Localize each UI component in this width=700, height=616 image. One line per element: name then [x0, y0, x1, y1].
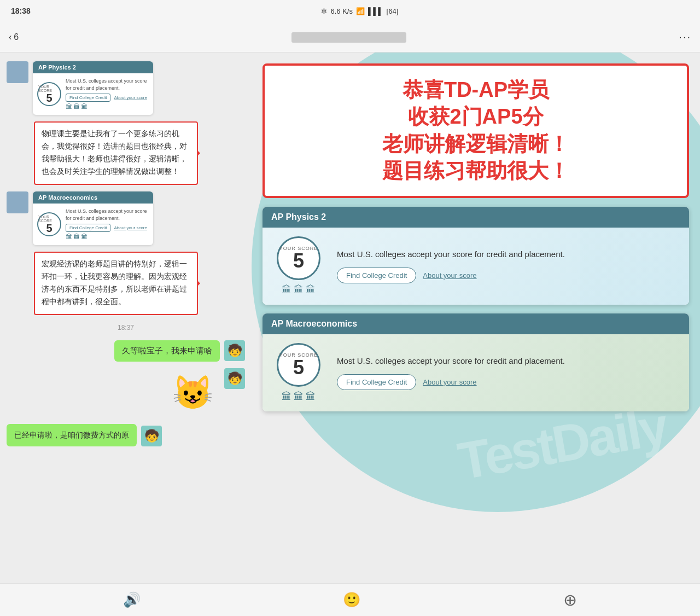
outgoing-text-1: 久等啦宝子，我来申请哈	[122, 346, 212, 355]
about-score-link-small-macro[interactable]: About your score	[114, 225, 147, 230]
back-button[interactable]: ‹ 6	[9, 32, 19, 42]
wifi-icon: 📶	[356, 7, 365, 15]
macro-score-num: 5	[293, 358, 304, 377]
ap-macro-result-card: AP Macroeconomics YOUR SCORE 5 🏛 🏛 🏛 Mos	[262, 313, 689, 411]
find-college-credit-btn-macro[interactable]: Find College Credit	[337, 374, 416, 390]
emoji-icon[interactable]: 🙂	[343, 591, 360, 608]
timestamp: 18:37	[7, 324, 245, 332]
more-button[interactable]: ···	[679, 31, 691, 43]
outgoing-text-2: 已经申请啦，是咱们微费方式的原	[14, 431, 129, 439]
find-credit-btn-small-physics[interactable]: Find College Credit	[66, 94, 110, 102]
ap-physics-result-body: YOUR SCORE 5 🏛 🏛 🏛 Most U.S. colleges ac…	[262, 228, 689, 305]
announcement-line1: 恭喜TD-AP学员	[278, 77, 674, 103]
card-text-sm-physics: Most U.S. colleges accept your score for…	[66, 78, 149, 91]
network-speed: 6.6 K/s	[330, 7, 352, 15]
comment-box-1: 物理课主要是让我有了一个更多练习的机会，我觉得很好！选讲的题目也很经典，对我帮助…	[34, 121, 198, 185]
status-center: ✲ 6.6 K/s 📶 ▌▌▌ [64]	[321, 7, 398, 15]
physics-score-num: 5	[293, 251, 304, 271]
right-panel: 恭喜TD-AP学员 收获2门AP5分 老师讲解逻辑清晰！ 题目练习帮助很大！ A…	[252, 53, 700, 583]
about-score-link-macro[interactable]: About your score	[423, 378, 476, 386]
comment-box-2: 宏观经济课的老师题目讲的特别好，逻辑一环扣一环，让我更容易的理解。因为宏观经济考…	[34, 252, 198, 315]
find-college-credit-btn-physics[interactable]: Find College Credit	[337, 268, 416, 283]
ap-macro-card-header: AP Macroeconomics	[33, 191, 153, 204]
city-icon-sm-4: 🏛	[66, 233, 72, 241]
score-circle-sm-physics: YOUR SCORE 5	[37, 82, 61, 106]
announcement-line4: 题目练习帮助很大！	[278, 158, 674, 184]
main-area: TestDaily AP Physics 2 YOUR SCORE 5 Most…	[0, 53, 700, 583]
sender-avatar-2	[7, 191, 28, 213]
physics-score-section: YOUR SCORE 5 🏛 🏛 🏛	[271, 236, 326, 296]
sticker: 😺	[165, 368, 220, 417]
city-icon-sm-2: 🏛	[73, 103, 80, 111]
about-score-link-physics[interactable]: About your score	[423, 271, 476, 280]
outgoing-bubble-2: 已经申请啦，是咱们微费方式的原	[7, 424, 137, 446]
score-label-sm: YOUR SCORE	[38, 85, 60, 92]
city-icon-sm-6: 🏛	[81, 233, 88, 241]
score-circle-sm-macro: YOUR SCORE 5	[37, 212, 61, 236]
battery-icon: [64]	[387, 7, 399, 15]
announcement-line3: 老师讲解逻辑清晰！	[278, 131, 674, 158]
macro-city-icon-3: 🏛	[306, 391, 316, 403]
ap-physics-result-card: AP Physics 2 YOUR SCORE 5 🏛 🏛 🏛 Most U.S	[262, 207, 689, 305]
ap-macro-result-header: AP Macroeconomics	[262, 313, 689, 334]
bluetooth-icon: ✲	[321, 7, 327, 15]
ap-physics-result-header: AP Physics 2	[262, 207, 689, 228]
add-icon[interactable]: ⊕	[563, 590, 577, 609]
status-bar: 18:38 ✲ 6.6 K/s 📶 ▌▌▌ [64]	[0, 0, 700, 22]
ap-macro-card-small: AP Macroeconomics YOUR SCORE 5 Most U.S.…	[33, 191, 153, 245]
physics-card-bg	[580, 228, 689, 305]
time: 18:38	[11, 7, 31, 15]
sticker-row: 😺 🧒	[7, 368, 245, 417]
voice-icon[interactable]: 🔊	[123, 591, 141, 608]
physics-city-icon-2: 🏛	[294, 284, 304, 296]
announcement-line2: 收获2门AP5分	[278, 103, 674, 130]
city-icon-sm-1: 🏛	[66, 103, 72, 111]
macro-score-circle: YOUR SCORE 5	[277, 343, 320, 387]
physics-city-icon-1: 🏛	[282, 284, 291, 296]
city-icon-sm-5: 🏛	[73, 233, 80, 241]
about-score-link-small-physics[interactable]: About your score	[114, 95, 147, 100]
city-icon-sm-3: 🏛	[81, 103, 88, 111]
bottom-bar: 🔊 🙂 ⊕	[0, 583, 700, 616]
physics-score-circle: YOUR SCORE 5	[277, 236, 320, 280]
sender-avatar-1	[7, 61, 28, 83]
macro-card-bg	[580, 334, 689, 411]
chat-msg-physics-card: AP Physics 2 YOUR SCORE 5 Most U.S. coll…	[7, 61, 245, 115]
ap-macro-result-body: YOUR SCORE 5 🏛 🏛 🏛 Most U.S. colleges ac…	[262, 334, 689, 411]
signal-icon: ▌▌▌	[368, 7, 383, 15]
chat-msg-macro-card: AP Macroeconomics YOUR SCORE 5 Most U.S.…	[7, 191, 245, 245]
chat-panel: AP Physics 2 YOUR SCORE 5 Most U.S. coll…	[0, 53, 252, 583]
outgoing-bubble-1: 久等啦宝子，我来申请哈	[114, 340, 220, 362]
announcement-box: 恭喜TD-AP学员 收获2门AP5分 老师讲解逻辑清晰！ 题目练习帮助很大！	[262, 63, 689, 198]
outgoing-bubble-row-2: 已经申请啦，是咱们微费方式的原 🧒	[7, 424, 245, 446]
ap-physics-card-header: AP Physics 2	[33, 61, 153, 73]
back-count: 6	[14, 32, 19, 42]
my-avatar-1: 🧒	[224, 340, 245, 361]
back-chevron-icon: ‹	[9, 32, 11, 42]
nav-bar: ‹ 6 ████████ ···	[0, 22, 700, 53]
nav-title: ████████	[19, 32, 679, 42]
score-num-sm-physics: 5	[46, 92, 52, 103]
score-label-sm-macro: YOUR SCORE	[38, 215, 60, 223]
card-text-sm-macro: Most U.S. colleges accept your score for…	[66, 208, 149, 222]
find-credit-btn-small-macro[interactable]: Find College Credit	[66, 224, 110, 232]
comment-text-2: 宏观经济课的老师题目讲的特别好，逻辑一环扣一环，让我更容易的理解。因为宏观经济考…	[42, 260, 187, 306]
score-num-sm-macro: 5	[46, 223, 52, 234]
ap-physics-card-small: AP Physics 2 YOUR SCORE 5 Most U.S. coll…	[33, 61, 153, 115]
ap-macro-card-body: YOUR SCORE 5 Most U.S. colleges accept y…	[33, 204, 153, 245]
ap-physics-card-body: YOUR SCORE 5 Most U.S. colleges accept y…	[33, 73, 153, 115]
my-avatar-3: 🧒	[141, 426, 162, 446]
macro-score-section: YOUR SCORE 5 🏛 🏛 🏛	[271, 343, 326, 403]
outgoing-bubble-row-1: 久等啦宝子，我来申请哈 🧒	[7, 340, 245, 362]
macro-city-icon-1: 🏛	[282, 391, 291, 403]
macro-city-icon-2: 🏛	[294, 391, 304, 403]
my-avatar-2: 🧒	[224, 368, 245, 389]
comment-text-1: 物理课主要是让我有了一个更多练习的机会，我觉得很好！选讲的题目也很经典，对我帮助…	[42, 130, 187, 176]
physics-city-icon-3: 🏛	[306, 284, 316, 296]
